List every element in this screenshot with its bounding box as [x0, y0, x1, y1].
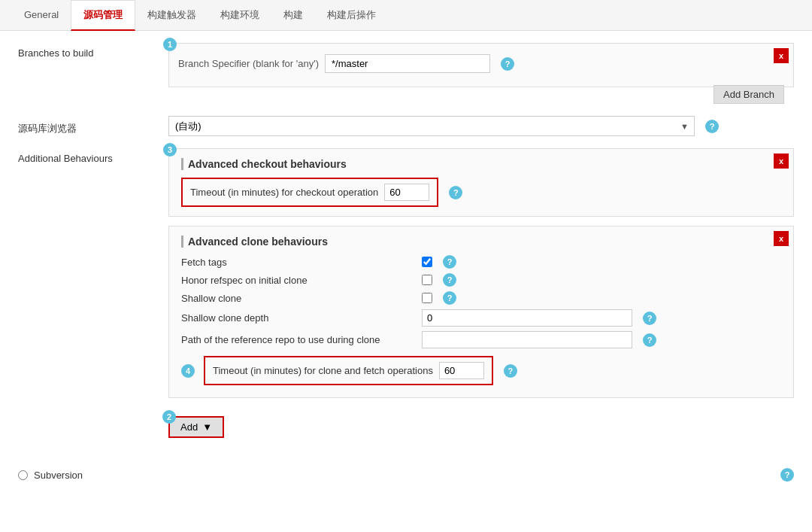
branch-specifier-help-icon[interactable]: ?: [501, 57, 514, 71]
add-dropdown-button[interactable]: Add ▼: [168, 416, 224, 438]
tab-bar: General 源码管理 构建触发器 构建环境 构建 构建后操作: [0, 0, 812, 31]
additional-behaviours-row: Additional Behaviours 3 x Advanced check…: [18, 148, 794, 404]
shallow-clone-depth-val: ?: [422, 309, 781, 327]
subversion-row: Subversion ?: [18, 462, 794, 488]
path-ref-row: Path of the reference repo to use during…: [181, 331, 781, 348]
badge-2: 2: [162, 410, 176, 424]
fetch-tags-checkbox[interactable]: [422, 257, 432, 267]
shallow-clone-label: Shallow clone: [181, 293, 422, 304]
branch-specifier-label: Branch Specifier (blank for 'any'): [178, 58, 319, 69]
tab-env[interactable]: 构建环境: [208, 1, 271, 31]
source-browser-content: (自动) ▼ ?: [168, 116, 794, 136]
honor-refspec-label: Honor refspec on initial clone: [181, 275, 422, 286]
remove-branch-button[interactable]: x: [774, 48, 789, 63]
shallow-clone-help-icon[interactable]: ?: [443, 291, 456, 305]
fetch-tags-help-icon[interactable]: ?: [443, 255, 456, 269]
badge-4: 4: [181, 364, 195, 378]
checkout-behaviours-section: 3 x Advanced checkout behaviours Timeout…: [168, 148, 794, 217]
source-browser-select-wrapper: (自动) ▼: [168, 116, 695, 136]
page-wrapper: General 源码管理 构建触发器 构建环境 构建 构建后操作 Branche…: [0, 0, 812, 532]
add-branch-button[interactable]: Add Branch: [714, 85, 784, 104]
source-browser-select[interactable]: (自动): [168, 116, 695, 136]
shallow-clone-depth-row: Shallow clone depth ?: [181, 309, 781, 327]
add-button-row: 2 Add ▼: [168, 416, 794, 450]
shallow-clone-depth-label: Shallow clone depth: [181, 312, 422, 324]
clone-timeout-help-icon[interactable]: ?: [504, 364, 517, 378]
path-ref-input[interactable]: [422, 331, 632, 348]
clone-timeout-input[interactable]: [439, 362, 484, 379]
source-browser-label: 源码库浏览器: [18, 117, 168, 135]
honor-refspec-help-icon[interactable]: ?: [443, 273, 456, 287]
subversion-label: Subversion: [34, 470, 83, 481]
shallow-clone-depth-input[interactable]: [422, 309, 632, 327]
shallow-clone-checkbox[interactable]: [422, 293, 432, 303]
dropdown-arrow-icon: ▼: [202, 421, 212, 433]
source-browser-help-icon[interactable]: ?: [705, 120, 719, 133]
honor-refspec-checkbox[interactable]: [422, 275, 432, 285]
additional-behaviours-label: Additional Behaviours: [18, 148, 168, 164]
tab-post[interactable]: 构建后操作: [315, 1, 388, 31]
checkout-timeout-help-icon[interactable]: ?: [449, 186, 462, 199]
additional-behaviours-content: 3 x Advanced checkout behaviours Timeout…: [168, 148, 794, 404]
checkout-timeout-input[interactable]: [384, 184, 429, 201]
honor-refspec-val: ?: [422, 273, 781, 287]
add-label: Add: [180, 421, 198, 433]
remove-checkout-button[interactable]: x: [774, 154, 789, 169]
shallow-clone-depth-help-icon[interactable]: ?: [643, 312, 656, 325]
subversion-help-icon[interactable]: ?: [780, 468, 794, 482]
main-content: Branches to build 1 x Branch Specifier (…: [0, 31, 812, 532]
shallow-clone-row: Shallow clone ?: [181, 291, 781, 305]
tab-build[interactable]: 构建: [271, 1, 315, 31]
tab-source[interactable]: 源码管理: [71, 0, 135, 31]
fetch-tags-val: ?: [422, 255, 781, 269]
subversion-radio[interactable]: [18, 470, 28, 480]
add-btn-container: 2 Add ▼: [168, 416, 224, 438]
checkout-timeout-row: Timeout (in minutes) for checkout operat…: [181, 178, 438, 207]
branches-label: Branches to build: [18, 43, 168, 59]
source-browser-row: 源码库浏览器 (自动) ▼ ?: [18, 116, 794, 136]
remove-clone-button[interactable]: x: [774, 231, 789, 246]
branch-specifier-row: Branch Specifier (blank for 'any') ?: [178, 54, 784, 73]
clone-behaviours-section: x Advanced clone behaviours Fetch tags ?…: [168, 226, 794, 398]
badge-1: 1: [163, 38, 177, 51]
path-ref-label: Path of the reference repo to use during…: [181, 334, 422, 345]
shallow-clone-val: ?: [422, 291, 781, 305]
honor-refspec-row: Honor refspec on initial clone ?: [181, 273, 781, 287]
checkout-timeout-label: Timeout (in minutes) for checkout operat…: [190, 187, 378, 198]
branch-specifier-input[interactable]: [325, 54, 490, 73]
clone-behaviours-title: Advanced clone behaviours: [181, 236, 781, 248]
clone-timeout-label: Timeout (in minutes) for clone and fetch…: [213, 365, 433, 376]
fetch-tags-row: Fetch tags ?: [181, 255, 781, 269]
branches-to-build-row: Branches to build 1 x Branch Specifier (…: [18, 43, 794, 104]
tab-trigger[interactable]: 构建触发器: [135, 1, 208, 31]
branch-section: 1 x Branch Specifier (blank for 'any') ?…: [168, 43, 794, 87]
path-ref-val: ?: [422, 331, 781, 348]
checkout-behaviours-title: Advanced checkout behaviours: [181, 158, 781, 170]
branches-content: 1 x Branch Specifier (blank for 'any') ?…: [168, 43, 794, 104]
badge-3: 3: [163, 143, 177, 157]
clone-timeout-row: Timeout (in minutes) for clone and fetch…: [204, 356, 493, 385]
tab-general[interactable]: General: [12, 2, 71, 29]
fetch-tags-label: Fetch tags: [181, 257, 422, 268]
path-ref-help-icon[interactable]: ?: [643, 333, 656, 347]
